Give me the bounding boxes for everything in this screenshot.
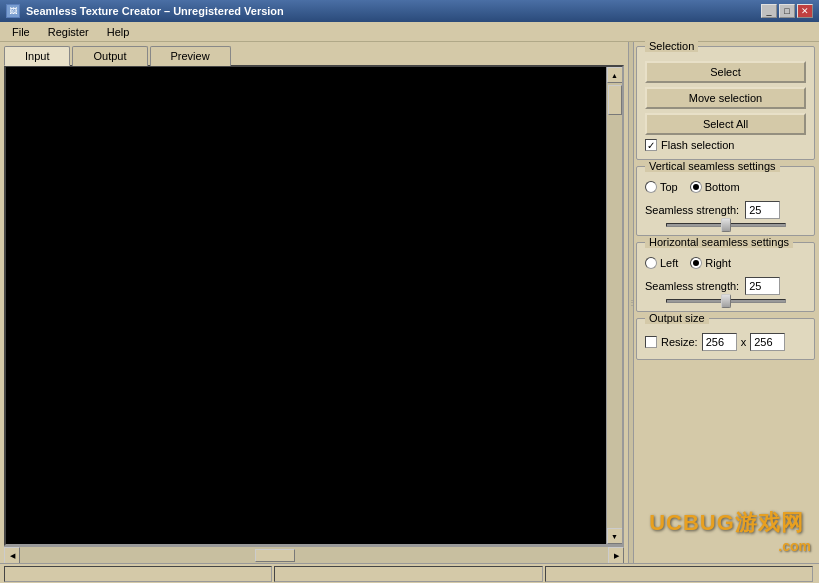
vertical-slider-container [645, 223, 806, 227]
scroll-h-thumb[interactable] [255, 549, 295, 562]
vertical-seamless-group: Vertical seamless settings Top Bottom Se… [636, 166, 815, 236]
scroll-h-track[interactable] [20, 547, 608, 563]
horizontal-strength-input[interactable] [745, 277, 780, 295]
maximize-button[interactable]: □ [779, 4, 795, 18]
horizontal-radio-row: Left Right [645, 257, 806, 269]
left-radio-option[interactable]: Left [645, 257, 678, 269]
vertical-strength-row: Seamless strength: [645, 201, 806, 219]
right-radio[interactable] [690, 257, 702, 269]
tab-preview[interactable]: Preview [150, 46, 231, 66]
tab-input[interactable]: Input [4, 46, 70, 66]
top-radio-label: Top [660, 181, 678, 193]
top-radio-option[interactable]: Top [645, 181, 678, 193]
status-panel-1 [4, 566, 272, 582]
horizontal-slider-container [645, 299, 806, 303]
left-panel: Input Output Preview ▲ ▼ ◀ ▶ [0, 42, 628, 563]
select-button[interactable]: Select [645, 61, 806, 83]
horizontal-seamless-group: Horizontal seamless settings Left Right … [636, 242, 815, 312]
status-panel-3 [545, 566, 813, 582]
vertical-slider-thumb[interactable] [721, 218, 731, 232]
output-size-label: Output size [645, 312, 709, 324]
x-separator: x [741, 336, 747, 348]
height-input[interactable] [750, 333, 785, 351]
vertical-slider-track[interactable] [666, 223, 786, 227]
window-controls: _ □ ✕ [761, 4, 813, 18]
right-radio-label: Right [705, 257, 731, 269]
bottom-radio-label: Bottom [705, 181, 740, 193]
menu-register[interactable]: Register [40, 24, 97, 40]
horizontal-strength-row: Seamless strength: [645, 277, 806, 295]
vertical-radio-row: Top Bottom [645, 181, 806, 193]
resize-label: Resize: [661, 336, 698, 348]
select-all-button[interactable]: Select All [645, 113, 806, 135]
vertical-strength-label: Seamless strength: [645, 204, 739, 216]
scroll-right-button[interactable]: ▶ [608, 547, 624, 564]
left-radio[interactable] [645, 257, 657, 269]
window-title: Seamless Texture Creator – Unregistered … [26, 5, 284, 17]
canvas-area[interactable] [6, 67, 606, 544]
vertical-seamless-label: Vertical seamless settings [645, 160, 780, 172]
vertical-strength-input[interactable] [745, 201, 780, 219]
flash-selection-row: Flash selection [645, 139, 806, 151]
close-button[interactable]: ✕ [797, 4, 813, 18]
bottom-radio[interactable] [690, 181, 702, 193]
scroll-v-thumb[interactable] [608, 85, 622, 115]
horizontal-slider-track[interactable] [666, 299, 786, 303]
selection-group: Selection Select Move selection Select A… [636, 46, 815, 160]
horizontal-slider-thumb[interactable] [721, 294, 731, 308]
vertical-scrollbar: ▲ ▼ [606, 67, 622, 544]
scroll-up-button[interactable]: ▲ [607, 67, 623, 83]
canvas-wrapper: ▲ ▼ [4, 65, 624, 546]
tab-bar: Input Output Preview [4, 46, 624, 66]
horizontal-scrollbar-row: ◀ ▶ [4, 546, 624, 563]
right-radio-option[interactable]: Right [690, 257, 731, 269]
width-input[interactable] [702, 333, 737, 351]
flash-selection-label: Flash selection [661, 139, 734, 151]
resize-row: Resize: x [645, 333, 806, 351]
selection-group-label: Selection [645, 40, 698, 52]
horizontal-seamless-label: Horizontal seamless settings [645, 236, 793, 248]
horizontal-strength-label: Seamless strength: [645, 280, 739, 292]
app-icon: 🖼 [6, 4, 20, 18]
right-panel: Selection Select Move selection Select A… [634, 42, 819, 563]
move-selection-button[interactable]: Move selection [645, 87, 806, 109]
status-panel-2 [274, 566, 542, 582]
bottom-radio-option[interactable]: Bottom [690, 181, 740, 193]
status-bar [0, 563, 819, 583]
menu-file[interactable]: File [4, 24, 38, 40]
top-radio[interactable] [645, 181, 657, 193]
menu-help[interactable]: Help [99, 24, 138, 40]
left-radio-label: Left [660, 257, 678, 269]
scroll-left-button[interactable]: ◀ [4, 547, 20, 564]
scroll-v-track[interactable] [607, 83, 622, 528]
scroll-down-button[interactable]: ▼ [607, 528, 623, 544]
tab-output[interactable]: Output [72, 46, 147, 66]
resize-checkbox[interactable] [645, 336, 657, 348]
flash-selection-checkbox[interactable] [645, 139, 657, 151]
output-size-group: Output size Resize: x [636, 318, 815, 360]
main-container: Input Output Preview ▲ ▼ ◀ ▶ ⋮ [0, 42, 819, 563]
minimize-button[interactable]: _ [761, 4, 777, 18]
title-bar: 🖼 Seamless Texture Creator – Unregistere… [0, 0, 819, 22]
menu-bar: File Register Help [0, 22, 819, 42]
